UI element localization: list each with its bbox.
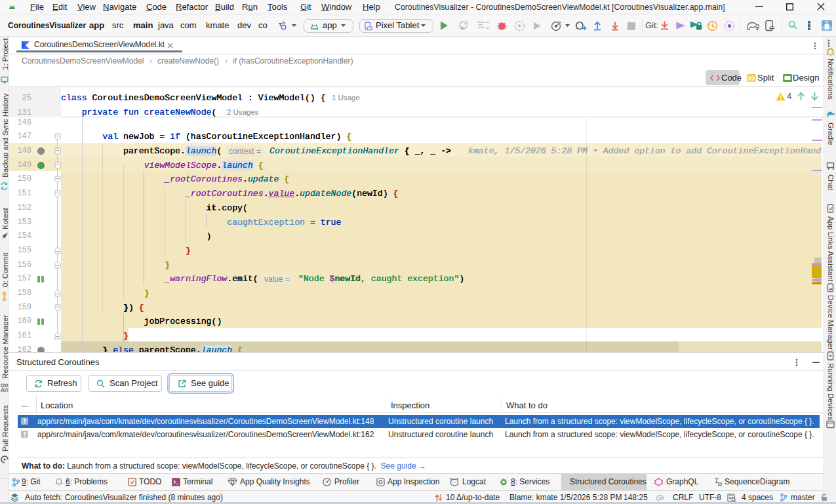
svg-text:A: A: [460, 25, 464, 31]
